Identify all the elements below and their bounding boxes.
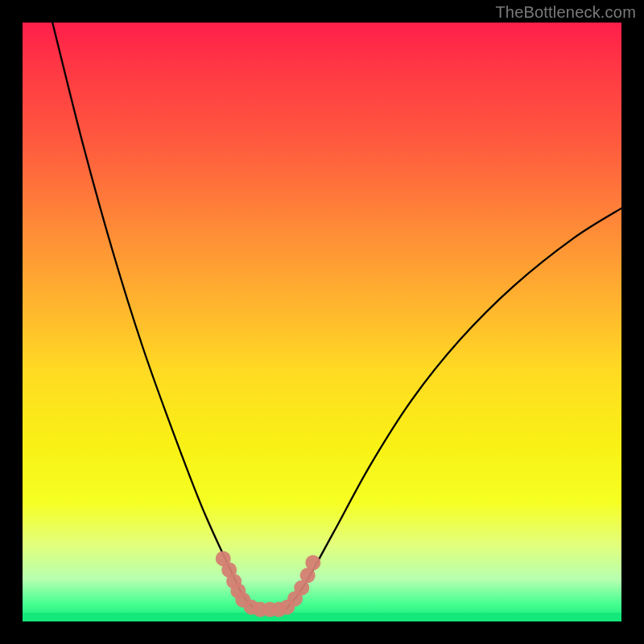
plot-area <box>23 23 621 621</box>
salmon-markers <box>216 551 321 617</box>
curves-svg <box>23 23 621 621</box>
watermark-text: TheBottleneck.com <box>495 3 636 22</box>
curve-left-line <box>52 23 256 609</box>
salmon-marker <box>305 555 320 571</box>
curve-right-line <box>286 208 621 609</box>
chart-root: TheBottleneck.com <box>0 0 644 644</box>
